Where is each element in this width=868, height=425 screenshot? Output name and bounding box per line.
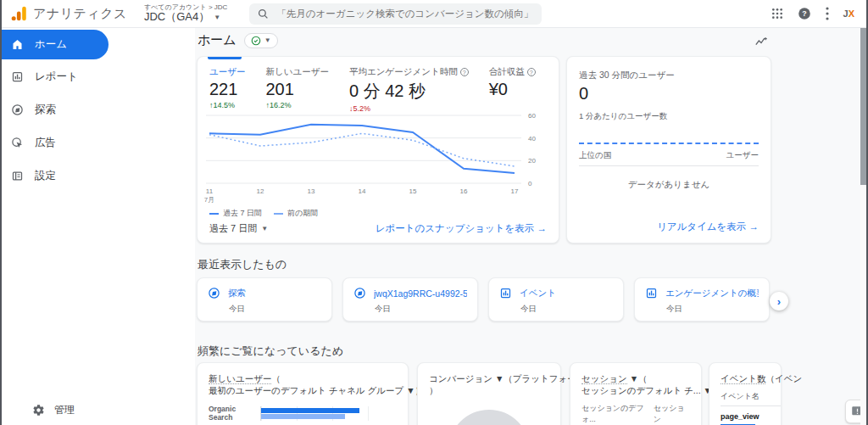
avatar[interactable]: JX: [843, 8, 854, 19]
bar-chart-icon: [645, 287, 658, 299]
svg-text:14: 14: [359, 187, 366, 195]
feedback-button[interactable]: [845, 400, 861, 423]
sidebar-item-settings[interactable]: 設定: [0, 160, 108, 192]
report-snapshot-link[interactable]: レポートのスナップショットを表示 →: [376, 222, 547, 235]
carousel-next-button[interactable]: ›: [770, 292, 788, 310]
new-users-bar-chart: Organic SearchDirect: [209, 405, 397, 425]
page-title: ホーム: [198, 32, 236, 48]
sidebar-item-label: 探索: [35, 103, 56, 117]
chart-legend: 過去 7 日間 前の期間: [209, 208, 318, 219]
sidebar: ホーム レポート 探索 広告: [0, 28, 195, 425]
insights-sparkline-icon[interactable]: [754, 35, 769, 48]
data-quality-badge[interactable]: ▼: [244, 33, 278, 48]
conversions-card[interactable]: コンバージョン ▼（プラットフォーム ）: [417, 362, 561, 425]
apps-grid-icon[interactable]: [771, 8, 783, 20]
chevron-down-icon: ▼: [261, 225, 268, 232]
realtime-col-users: ユーザー: [726, 150, 759, 161]
svg-text:16: 16: [460, 187, 468, 195]
svg-text:15: 15: [409, 187, 417, 195]
recent-card-exploration-id[interactable]: jwqX1ag9RRC-u4992-5X6g 今日: [342, 277, 478, 322]
search-icon: [258, 8, 269, 20]
svg-text:?: ?: [802, 9, 806, 18]
recent-card-explore[interactable]: 探索 今日: [197, 277, 332, 322]
window-edge-left: [0, 0, 2, 425]
library-list-icon: [11, 170, 24, 182]
more-vertical-icon[interactable]: [826, 7, 829, 20]
conversions-donut-chart: [448, 410, 530, 425]
sidebar-item-label: 設定: [35, 169, 56, 183]
suggested-section-title: 頻繁にご覧になっているため: [198, 344, 343, 359]
metric-tab-total-revenue[interactable]: 合計収益 ? ¥0: [489, 66, 536, 114]
app-title: アナリティクス: [33, 6, 127, 22]
help-circle-icon[interactable]: ?: [460, 68, 469, 76]
realtime-col-country: 上位の国: [579, 150, 611, 161]
overview-card: ユーザー 221 ↑14.5% 新しいユーザー 201 ↑16.2% 平均エンゲ…: [197, 56, 559, 243]
explore-icon: [353, 287, 366, 299]
sidebar-admin-label: 管理: [54, 403, 75, 417]
metric-tab-new-users[interactable]: 新しいユーザー 201 ↑16.2%: [266, 66, 329, 114]
realtime-card: 過去 30 分間のユーザー 0 1 分あたりのユーザー数 上位の国 ユーザー デ…: [566, 56, 771, 243]
svg-text:13: 13: [308, 187, 315, 195]
chevron-down-icon: ▼: [264, 36, 271, 44]
home-icon: [11, 38, 24, 51]
realtime-title: 過去 30 分間のユーザー: [579, 70, 759, 81]
recent-card-events[interactable]: イベント 今日: [488, 277, 624, 322]
event-count-card[interactable]: イベント数（イベン イベント名 page_view: [709, 362, 782, 425]
chevron-down-icon: ▼: [214, 14, 220, 21]
recent-section-title: 最近表示したもの: [198, 257, 287, 272]
svg-text:0: 0: [528, 180, 532, 187]
help-circle-icon[interactable]: ?: [527, 68, 536, 76]
svg-text:60: 60: [528, 112, 536, 120]
sidebar-item-reports[interactable]: レポート: [0, 61, 108, 92]
selected-metric-indicator: [208, 57, 242, 59]
legend-dashed-swatch: [274, 213, 283, 215]
sidebar-item-explore[interactable]: 探索: [0, 94, 108, 126]
scrollbar-thumb[interactable]: [860, 28, 866, 185]
vertical-scrollbar[interactable]: [860, 28, 866, 425]
svg-text:11: 11: [206, 187, 214, 195]
svg-text:40: 40: [528, 135, 536, 143]
sidebar-item-label: 広告: [35, 136, 56, 150]
app-header: アナリティクス すべてのアカウント > JDC JDC（GA4） ▼ ?: [0, 0, 868, 28]
realtime-value: 0: [579, 84, 759, 103]
view-realtime-link[interactable]: リアルタイムを表示 →: [657, 221, 759, 233]
bar-row: Organic Search: [209, 405, 397, 422]
gear-icon: [32, 404, 45, 417]
metric-tab-engagement-time[interactable]: 平均エンゲージメント時間 ? 0 分 42 秒 ↓5.2%: [349, 66, 469, 114]
compass-icon: [11, 103, 24, 116]
legend-solid-swatch: [209, 213, 219, 215]
svg-text:7月: 7月: [204, 196, 214, 204]
svg-text:17: 17: [511, 187, 519, 195]
ads-target-icon: [11, 137, 24, 149]
date-range-select[interactable]: 過去 7 日間 ▼: [209, 222, 268, 235]
events-row-page-view: page_view: [721, 412, 781, 421]
realtime-empty-state: データがありません: [567, 179, 771, 191]
bar-chart-box-icon: [11, 70, 24, 83]
search-input[interactable]: [276, 8, 533, 19]
bar-chart-icon: [499, 287, 512, 299]
arrow-right-icon: →: [749, 221, 760, 232]
new-users-card[interactable]: 新しいユーザー（ 最初のユーザーのデフォルト チャネル グループ ▼） Orga…: [197, 362, 409, 425]
sidebar-item-admin[interactable]: 管理: [32, 403, 75, 417]
check-circle-icon: [251, 36, 261, 46]
realtime-sparkline: [579, 143, 759, 144]
svg-text:20: 20: [528, 157, 536, 165]
metric-tab-users[interactable]: ユーザー 221 ↑14.5%: [209, 66, 246, 114]
recent-card-engagement-overview[interactable]: エンゲージメントの概要 今日: [634, 277, 770, 322]
analytics-logo-icon[interactable]: [10, 5, 27, 22]
help-icon[interactable]: ?: [798, 7, 811, 20]
sidebar-item-label: レポート: [35, 70, 78, 84]
account-name: JDC（GA4）: [144, 11, 209, 24]
svg-text:12: 12: [257, 187, 264, 195]
sidebar-item-advertising[interactable]: 広告: [0, 127, 108, 159]
avatar-letter-2: X: [849, 8, 854, 19]
account-switcher[interactable]: すべてのアカウント > JDC JDC（GA4） ▼: [144, 3, 227, 24]
search-bar[interactable]: [249, 3, 542, 25]
arrow-right-icon: →: [537, 223, 548, 233]
explore-icon: [208, 287, 220, 299]
sessions-card[interactable]: セッション ▼（ セッションのデフォルト チ... ▼） セッションのデフォ..…: [570, 362, 702, 425]
users-line-chart: 0204060117月121314151617: [203, 109, 555, 210]
sidebar-item-home[interactable]: ホーム: [0, 30, 108, 59]
main-content: ホーム ▼ ユーザー 221 ↑14.5% 新しいユーザー 201: [195, 28, 861, 425]
realtime-subtitle: 1 分あたりのユーザー数: [579, 111, 759, 122]
